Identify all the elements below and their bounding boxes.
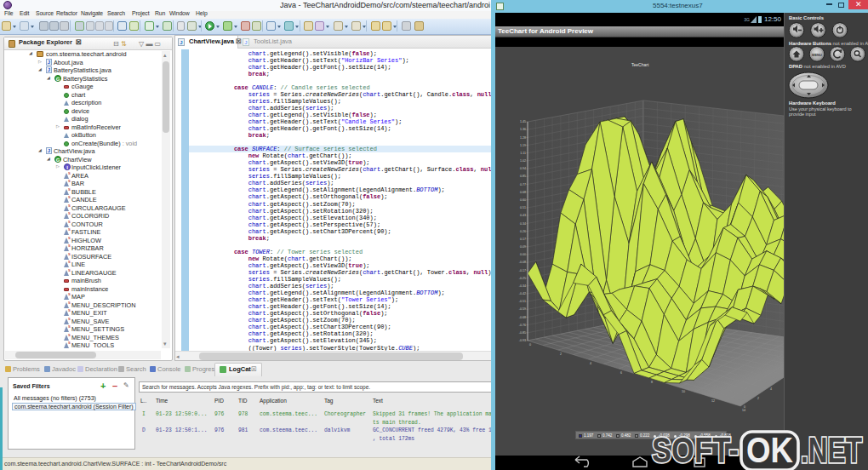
svg-text:12: 12	[711, 399, 715, 403]
svg-text:-0.85: -0.85	[519, 331, 526, 335]
svg-text:-0.59: -0.59	[519, 307, 526, 311]
svg-text:-0.68: -0.68	[519, 316, 526, 319]
svg-text:0.77: 0.77	[520, 183, 526, 186]
svg-text:1.45: 1.45	[520, 120, 526, 123]
svg-text:0.68: 0.68	[520, 191, 526, 194]
svg-text:-0.34: -0.34	[519, 284, 526, 288]
svg-text:1.19: 1.19	[520, 144, 526, 147]
svg-text:0.09: 0.09	[520, 245, 526, 249]
svg-text:0: 0	[744, 405, 745, 409]
svg-text:-0.17: -0.17	[519, 269, 526, 272]
svg-text:1.28: 1.28	[520, 136, 526, 140]
svg-text:10: 10	[682, 390, 685, 393]
svg-text:0.51: 0.51	[520, 206, 526, 209]
svg-text:0: 0	[529, 343, 531, 347]
svg-text:-0.08: -0.08	[519, 261, 526, 264]
svg-text:0.94: 0.94	[520, 167, 526, 170]
svg-text:0.26: 0.26	[520, 230, 526, 233]
svg-text:2: 2	[757, 397, 759, 400]
svg-text:1.36: 1.36	[520, 128, 526, 131]
svg-text:0.00: 0.00	[520, 253, 526, 256]
svg-text:-0.93: -0.93	[519, 339, 526, 342]
svg-text:.NET: .NET	[801, 430, 862, 470]
svg-text:8: 8	[651, 381, 653, 384]
svg-text:1.11: 1.11	[520, 152, 526, 155]
svg-text:-0.76: -0.76	[519, 324, 526, 327]
svg-text:MENU: MENU	[812, 53, 822, 57]
svg-text:4: 4	[770, 387, 772, 391]
svg-text:0.43: 0.43	[520, 214, 526, 217]
svg-text:-0.25: -0.25	[519, 277, 526, 280]
svg-text:SOFT-: SOFT-	[652, 430, 739, 470]
svg-text:2: 2	[560, 352, 562, 356]
svg-text:OK: OK	[746, 430, 793, 470]
svg-text:0.34: 0.34	[520, 222, 526, 226]
svg-text:4: 4	[590, 362, 591, 365]
svg-text:6: 6	[620, 371, 622, 375]
svg-text:0.17: 0.17	[520, 238, 526, 241]
svg-text:-0.42: -0.42	[519, 292, 526, 295]
svg-text:0.85: 0.85	[520, 175, 526, 178]
svg-text:14: 14	[742, 409, 745, 412]
svg-text:0.60: 0.60	[520, 198, 526, 202]
svg-text:1.02: 1.02	[520, 159, 526, 163]
svg-text:-0.51: -0.51	[519, 300, 526, 303]
